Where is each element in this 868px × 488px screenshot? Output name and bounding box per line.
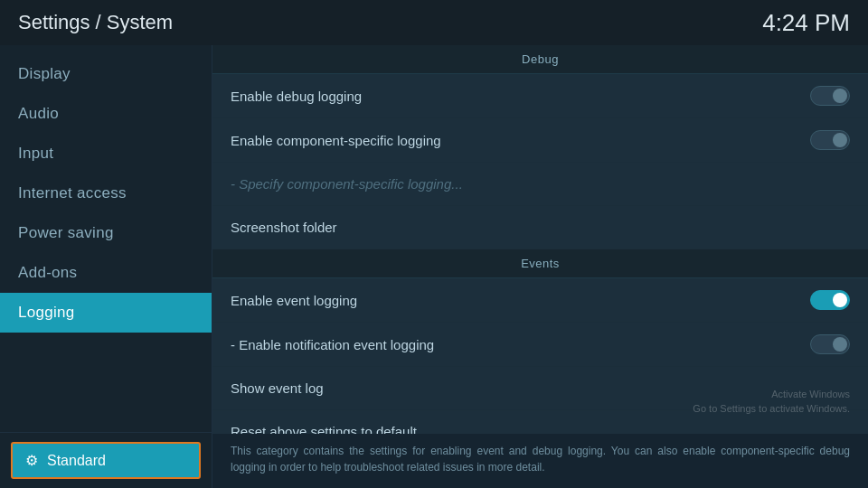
toggle-enable-debug-logging[interactable] [810, 86, 850, 106]
sidebar-item-internet-access[interactable]: Internet access [0, 174, 212, 213]
row-show-event-log[interactable]: Show event log [212, 367, 868, 410]
section-header-debug: Debug [212, 45, 868, 74]
content-panel: Debug Enable debug logging Enable compon… [212, 45, 868, 488]
header: Settings / System 4:24 PM [0, 0, 868, 45]
toggle-event-logging[interactable] [810, 290, 850, 310]
setting-label: Screenshot folder [231, 220, 337, 235]
sidebar-item-logging[interactable]: Logging [0, 293, 212, 333]
setting-label: Reset above settings to default [231, 424, 417, 434]
page-title: Settings / System [18, 11, 173, 34]
row-enable-component-logging[interactable]: Enable component-specific logging [212, 118, 868, 163]
setting-label: Enable component-specific logging [231, 133, 441, 148]
sidebar-item-power-saving[interactable]: Power saving [0, 213, 212, 253]
main-layout: Display Audio Input Internet access Powe… [0, 45, 868, 488]
sidebar-nav: Display Audio Input Internet access Powe… [0, 45, 212, 432]
standard-button[interactable]: ⚙ Standard [11, 442, 201, 479]
settings-list: Debug Enable debug logging Enable compon… [212, 45, 868, 434]
setting-label: Show event log [231, 380, 324, 396]
sidebar: Display Audio Input Internet access Powe… [0, 45, 212, 488]
row-screenshot-folder[interactable]: Screenshot folder [212, 206, 868, 249]
section-header-events: Events [212, 249, 868, 278]
row-specify-component-logging: - Specify component-specific logging... [212, 163, 868, 206]
description-text: This category contains the settings for … [231, 445, 850, 474]
sidebar-item-display[interactable]: Display [0, 54, 212, 94]
setting-label: Enable debug logging [231, 89, 362, 104]
clock: 4:24 PM [762, 9, 850, 37]
setting-label-dimmed: - Specify component-specific logging... [231, 176, 463, 192]
standard-btn-label: Standard [47, 453, 106, 469]
setting-label: Enable event logging [231, 293, 357, 308]
row-enable-event-logging[interactable]: Enable event logging [212, 278, 868, 323]
row-reset-settings[interactable]: Reset above settings to default [212, 410, 868, 434]
sidebar-item-add-ons[interactable]: Add-ons [0, 253, 212, 293]
sidebar-bottom: ⚙ Standard [0, 432, 212, 488]
gear-icon: ⚙ [25, 452, 38, 469]
row-enable-debug-logging[interactable]: Enable debug logging [212, 74, 868, 118]
row-enable-notification-logging[interactable]: - Enable notification event logging [212, 323, 868, 367]
sidebar-item-audio[interactable]: Audio [0, 94, 212, 134]
sidebar-item-input[interactable]: Input [0, 134, 212, 174]
setting-label: - Enable notification event logging [231, 337, 434, 352]
toggle-component-logging[interactable] [810, 130, 850, 150]
description-footer: This category contains the settings for … [212, 434, 868, 488]
toggle-notification-logging[interactable] [810, 334, 850, 354]
